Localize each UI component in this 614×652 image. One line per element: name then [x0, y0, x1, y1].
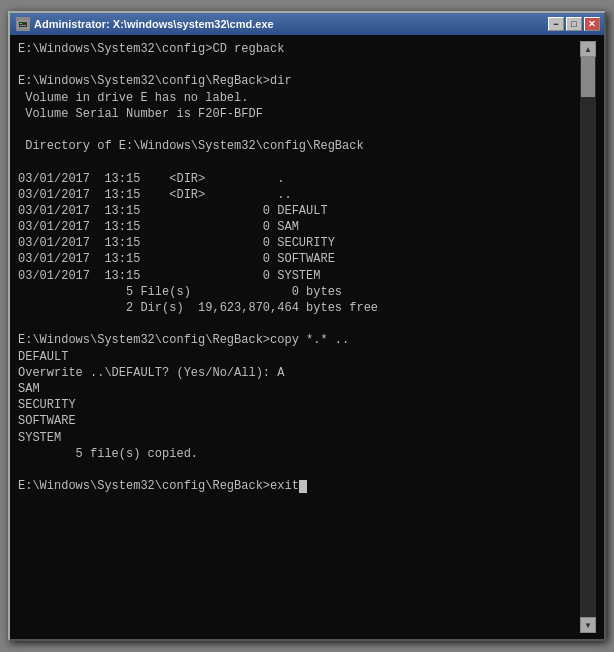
- console-area: E:\Windows\System32\config>CD regback E:…: [10, 35, 604, 639]
- svg-rect-3: [20, 25, 26, 26]
- maximize-button[interactable]: □: [566, 17, 582, 31]
- title-bar-left: Administrator: X:\windows\system32\cmd.e…: [16, 17, 274, 31]
- scrollbar[interactable]: ▲ ▼: [580, 41, 596, 633]
- scrollbar-track[interactable]: [580, 57, 596, 617]
- scroll-down-button[interactable]: ▼: [580, 617, 596, 633]
- close-button[interactable]: ✕: [584, 17, 600, 31]
- console-content[interactable]: E:\Windows\System32\config>CD regback E:…: [18, 41, 580, 633]
- window-icon: [16, 17, 30, 31]
- cmd-window: Administrator: X:\windows\system32\cmd.e…: [8, 11, 606, 641]
- svg-rect-1: [19, 22, 27, 27]
- scrollbar-thumb[interactable]: [581, 57, 595, 97]
- title-buttons: − □ ✕: [548, 17, 600, 31]
- console-output: E:\Windows\System32\config>CD regback E:…: [18, 41, 580, 494]
- cursor: [299, 480, 307, 493]
- svg-rect-2: [20, 23, 22, 24]
- window-title: Administrator: X:\windows\system32\cmd.e…: [34, 18, 274, 30]
- title-bar: Administrator: X:\windows\system32\cmd.e…: [10, 13, 604, 35]
- minimize-button[interactable]: −: [548, 17, 564, 31]
- scroll-up-button[interactable]: ▲: [580, 41, 596, 57]
